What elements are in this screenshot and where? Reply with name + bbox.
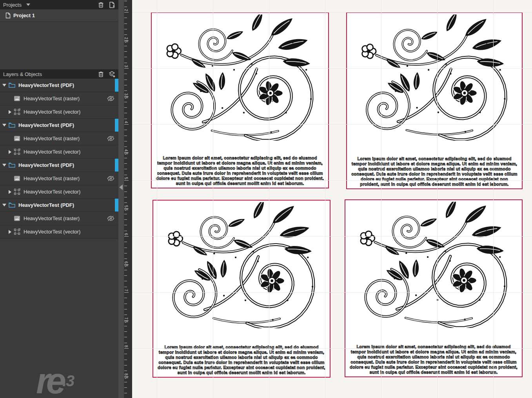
expander-right-icon[interactable] xyxy=(9,190,11,194)
visibility-off-icon[interactable] xyxy=(107,175,114,182)
ruler-major-tick xyxy=(124,68,129,69)
delete-layer-button[interactable] xyxy=(98,71,104,78)
artboard-card[interactable]: Lorem ipsum dolor sit amet, consectetur … xyxy=(151,12,329,188)
ruler-tick-label: 4 xyxy=(124,121,128,123)
ruler-tick-label: 7.5 xyxy=(124,317,128,323)
design-canvas[interactable]: Lorem ipsum dolor sit amet, consectetur … xyxy=(132,0,532,398)
layer-color-tag[interactable] xyxy=(115,199,118,212)
ruler-minor-tick xyxy=(124,270,127,270)
ruler-minor-tick xyxy=(124,203,127,203)
ruler-tick-label: 3.5 xyxy=(124,93,128,99)
layer-color-tag[interactable] xyxy=(115,119,118,132)
baroque-scroll-illustration xyxy=(348,202,519,328)
ruler-tick-label: 6.5 xyxy=(124,261,128,267)
ruler-minor-tick xyxy=(124,57,127,57)
ruler-major-tick xyxy=(124,292,129,293)
layer-color-tag[interactable] xyxy=(115,159,118,172)
expander-down-icon[interactable] xyxy=(2,124,6,127)
ruler-minor-tick xyxy=(124,130,127,130)
layer-object-row[interactable]: HeavyVectorTest (vector) xyxy=(0,185,118,199)
ruler-minor-tick xyxy=(124,287,127,287)
artboard-card[interactable]: Lorem ipsum dolor sit amet, consectetur … xyxy=(345,199,523,377)
layer-object-row[interactable]: HeavyVectorTest (vector) xyxy=(0,225,118,239)
collapse-panel-arrow-icon[interactable] xyxy=(119,185,123,190)
ruler-minor-tick xyxy=(124,315,127,315)
ruler-major-tick xyxy=(124,236,129,237)
ruler-minor-tick xyxy=(124,242,127,242)
new-project-button[interactable] xyxy=(109,2,115,8)
layer-object-label: HeavyVectorTest (raster) xyxy=(24,215,80,221)
layer-object-row[interactable]: HeavyVectorTest (raster) xyxy=(0,92,118,105)
ruler-minor-tick xyxy=(124,51,127,52)
ruler-major-tick xyxy=(124,124,129,125)
layer-object-row[interactable]: HeavyVectorTest (raster) xyxy=(0,212,118,225)
ruler-minor-tick xyxy=(124,275,127,276)
ruler-minor-tick xyxy=(124,197,127,197)
ruler-minor-tick xyxy=(124,248,127,248)
artboard-card[interactable]: Lorem ipsum dolor sit amet, consectetur … xyxy=(346,12,523,189)
ruler-minor-tick xyxy=(124,158,127,158)
ruler-minor-tick xyxy=(124,304,127,304)
folder-icon xyxy=(9,202,15,208)
artboard-card[interactable]: Lorem ipsum dolor sit amet, consectetur … xyxy=(153,200,330,378)
chevron-down-icon[interactable] xyxy=(26,4,30,6)
layer-color-tag[interactable] xyxy=(115,79,118,92)
expander-right-icon[interactable] xyxy=(9,150,11,154)
ruler-minor-tick xyxy=(124,192,127,192)
vector-object-icon xyxy=(14,188,20,195)
ruler-minor-tick xyxy=(124,63,127,63)
ruler-minor-tick xyxy=(124,387,127,388)
ruler-major-tick xyxy=(124,12,129,13)
expander-right-icon[interactable] xyxy=(9,230,11,234)
ruler-minor-tick xyxy=(124,219,127,220)
layer-group-label: HeavyVectorTest (PDF) xyxy=(18,202,74,208)
ruler-minor-tick xyxy=(124,326,127,326)
layer-object-row[interactable]: HeavyVectorTest (vector) xyxy=(0,105,118,119)
document-icon xyxy=(5,13,11,18)
expander-down-icon[interactable] xyxy=(2,204,6,206)
vector-object-icon xyxy=(14,228,20,235)
expander-right-icon[interactable] xyxy=(9,110,11,114)
layer-object-label: HeavyVectorTest (raster) xyxy=(24,96,80,101)
raster-object-icon xyxy=(14,215,20,222)
layer-object-row[interactable]: HeavyVectorTest (vector) xyxy=(0,145,118,159)
projects-empty-area xyxy=(0,22,118,69)
add-layer-button[interactable] xyxy=(109,71,115,78)
ruler-minor-tick xyxy=(124,331,127,332)
ruler-major-tick xyxy=(124,348,129,349)
ruler-minor-tick xyxy=(124,309,127,309)
ruler-minor-tick xyxy=(124,214,127,214)
layer-group-row[interactable]: HeavyVectorTest (PDF) xyxy=(0,199,118,212)
visibility-off-icon[interactable] xyxy=(107,215,114,222)
layer-object-row[interactable]: HeavyVectorTest (raster) xyxy=(0,172,118,185)
ruler-minor-tick xyxy=(124,365,127,365)
folder-icon xyxy=(9,122,15,128)
ruler-tick-label: 2.5 xyxy=(124,37,128,43)
visibility-off-icon[interactable] xyxy=(107,135,114,142)
ruler-minor-tick xyxy=(124,80,127,80)
expander-down-icon[interactable] xyxy=(2,84,6,87)
visibility-off-icon[interactable] xyxy=(107,95,114,102)
ruler-minor-tick xyxy=(124,393,127,393)
ruler-minor-tick xyxy=(124,371,127,371)
projects-panel-header: Projects xyxy=(0,0,118,9)
layer-object-row[interactable]: HeavyVectorTest (raster) xyxy=(0,132,118,145)
layer-group-row[interactable]: HeavyVectorTest (PDF) xyxy=(0,159,118,172)
ruler-minor-tick xyxy=(124,141,127,141)
layer-object-label: HeavyVectorTest (vector) xyxy=(24,149,80,155)
ruler-tick-label: 4.5 xyxy=(124,149,128,155)
ruler-minor-tick xyxy=(124,175,127,175)
ruler-tick-label: 8.5 xyxy=(124,373,128,379)
layer-group-row[interactable]: HeavyVectorTest (PDF) xyxy=(0,119,118,132)
ruler-minor-tick xyxy=(124,46,127,46)
vector-object-icon xyxy=(14,109,20,115)
ruler-minor-tick xyxy=(124,7,127,7)
lorem-ipsum-text: Lorem ipsum dolor sit amet, consectetur … xyxy=(351,156,518,187)
layer-group-row[interactable]: HeavyVectorTest (PDF) xyxy=(0,79,118,92)
expander-down-icon[interactable] xyxy=(2,164,6,166)
delete-project-button[interactable] xyxy=(98,2,104,8)
project-item-label: Project 1 xyxy=(13,13,35,18)
app-logo: re.3 xyxy=(36,365,74,396)
layer-object-label: HeavyVectorTest (vector) xyxy=(24,189,80,195)
project-item[interactable]: Project 1 xyxy=(0,9,118,22)
